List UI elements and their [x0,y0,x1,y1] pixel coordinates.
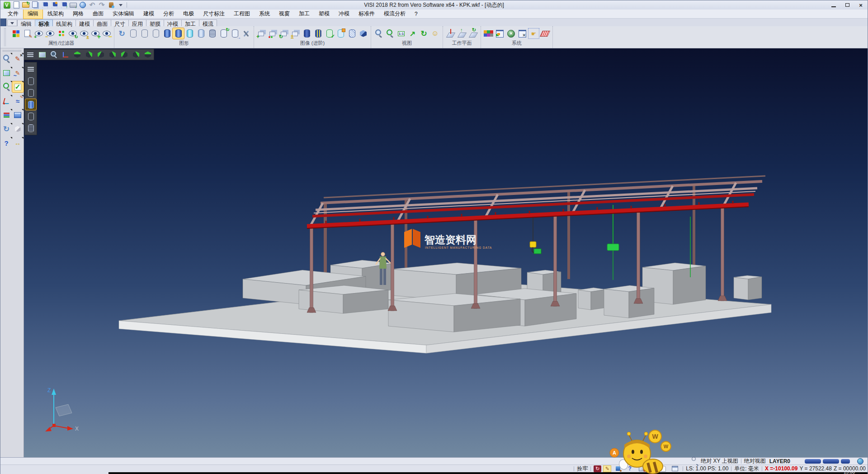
menu-item[interactable]: ? [410,9,422,19]
measure-icon[interactable] [12,137,24,148]
save-all-icon[interactable] [59,1,68,9]
save-icon[interactable] [40,1,49,9]
menu-item[interactable]: 系统 [255,9,274,19]
maximize-button[interactable] [840,0,854,9]
license-grid-icon[interactable] [539,28,551,39]
copy-attributes-icon[interactable] [22,28,33,39]
toolbar-tab[interactable]: 标准 [35,19,53,26]
zoom-search-icon[interactable] [1,53,12,64]
zoom-1-1-icon[interactable] [396,28,407,39]
wireframe-view-icon[interactable] [127,28,139,39]
flyout-arrow-icon[interactable] [22,53,24,55]
menu-item[interactable]: 视窗 [274,9,294,19]
view-right-icon[interactable] [95,50,107,60]
view-back-icon[interactable] [118,50,130,60]
tab-dropdown-button[interactable] [7,19,17,26]
view-iso-icon[interactable] [130,50,142,60]
dashed-hidden-view-icon[interactable] [150,28,161,39]
flyout-arrow-icon[interactable] [22,137,24,139]
graphics-settings-icon[interactable] [241,28,252,39]
history-icon[interactable] [107,1,116,9]
3d-viewport[interactable] [24,48,868,457]
export-box-icon[interactable] [637,465,646,472]
minimize-button[interactable] [827,0,840,9]
grid-window-icon[interactable] [670,465,680,472]
flyout-arrow-icon[interactable] [22,81,24,83]
menu-item[interactable]: 文件 [3,9,23,19]
left-toolbar-handle[interactable] [3,50,21,52]
regen-solids-icon[interactable] [218,28,229,39]
search-icon[interactable] [689,456,701,467]
view-menu-icon[interactable] [24,50,36,60]
shaded-mode-icon[interactable] [25,99,36,110]
menu-item[interactable]: 标准件 [354,9,379,19]
selection-options-icon[interactable] [528,28,539,39]
workplane-move-icon[interactable] [456,28,467,39]
mesh-mode-icon[interactable] [25,123,36,133]
display-menu-icon[interactable] [25,64,36,75]
filter-traffic-icon[interactable] [56,28,67,39]
ucs-axes-icon[interactable] [1,95,12,106]
hidden-line-mode-icon[interactable] [25,87,36,98]
refresh-visibility-icon[interactable] [67,28,78,39]
workplane-rotate-icon[interactable] [467,28,479,39]
visi-logo[interactable] [2,1,11,9]
ribbon-drag-handle[interactable] [4,28,6,46]
system-settings-icon[interactable] [494,28,505,39]
shaded-view-icon[interactable] [161,28,173,39]
rotate-view-icon[interactable] [418,28,429,39]
save-as-icon[interactable] [50,1,59,9]
undo-icon[interactable] [88,1,97,9]
workplane-icon[interactable] [445,28,456,39]
print-preview-icon[interactable] [78,1,87,9]
advanced-refresh-icon[interactable] [278,28,290,39]
interface-config-icon[interactable] [517,28,528,39]
hidden-line-view-icon[interactable] [139,28,150,39]
viewports-icon[interactable] [12,109,24,120]
view-axon-icon[interactable] [142,50,154,60]
flyout-arrow-icon[interactable] [22,67,24,69]
copy-graphics-icon[interactable] [229,28,241,39]
open-file-icon[interactable] [21,1,30,9]
zoom-dynamic-icon[interactable] [373,28,384,39]
options-icon[interactable] [505,28,517,39]
pan-view-icon[interactable] [407,28,418,39]
ghost-mode-icon[interactable] [25,111,36,122]
toolbar-tab[interactable]: 曲面 [94,19,111,26]
render-cube-icon[interactable] [358,28,369,39]
advanced-show-icon[interactable] [256,28,267,39]
glove-cursor-icon[interactable] [658,465,668,472]
close-button[interactable]: × [854,0,868,9]
erase-edit-icon[interactable] [12,53,24,64]
print-icon[interactable] [69,1,78,9]
zoom-window-icon[interactable] [384,28,396,39]
menu-item[interactable]: 线架构 [43,9,68,19]
quick-access-dropdown[interactable] [116,1,125,9]
help-icon[interactable] [1,137,12,148]
advanced-filter-icon[interactable] [267,28,278,39]
menu-item[interactable]: 编辑 [23,9,43,19]
show-entities-icon[interactable] [33,28,44,39]
toggle-visibility-icon[interactable] [78,28,90,39]
zoom-dynamic-icon[interactable] [48,50,60,60]
mesh-solid-icon[interactable] [346,28,358,39]
flyout-arrow-icon[interactable] [22,123,24,125]
attributes-palette-icon[interactable] [10,28,22,39]
wireframe-mode-icon[interactable] [25,76,36,86]
flat-shaded-view-icon[interactable] [195,28,207,39]
toolbar-tab[interactable]: 加工 [182,19,199,26]
units-readout[interactable]: 单位: 毫米 [734,465,759,473]
view-front-icon[interactable] [83,50,95,60]
menu-item[interactable]: 分析 [159,9,179,19]
render-mode-icon[interactable] [648,465,656,472]
menu-item[interactable]: 工程图 [229,9,255,19]
validate-solid-icon[interactable] [324,28,335,39]
solid-dashed-icon[interactable] [301,28,312,39]
flyout-arrow-icon[interactable] [22,109,24,111]
menu-item[interactable]: 建模 [139,9,159,19]
ink-attributes-icon[interactable] [613,465,623,472]
new-file-icon[interactable] [12,1,21,9]
insert-file-icon[interactable] [31,1,40,9]
spline-edit-icon[interactable] [12,67,24,78]
zoom-extents-icon[interactable] [1,67,12,78]
